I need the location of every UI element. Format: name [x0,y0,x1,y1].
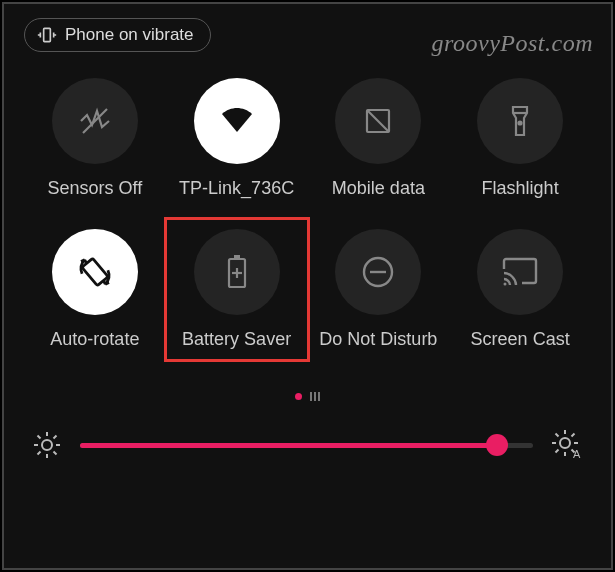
svg-line-3 [367,110,389,132]
svg-point-5 [519,122,522,125]
do-not-disturb-icon [359,253,397,291]
watermark-text: groovyPost.com [432,30,593,57]
page-indicator [16,392,599,401]
svg-line-1 [83,109,107,133]
tile-button[interactable] [194,78,280,164]
quick-settings-grid: Sensors Off TP-Link_736C [16,78,599,350]
wifi-icon [214,98,260,144]
svg-line-30 [556,450,559,453]
svg-line-31 [572,434,575,437]
tile-auto-rotate[interactable]: Auto-rotate [24,229,166,350]
tile-button[interactable] [52,78,138,164]
tile-screen-cast[interactable]: Screen Cast [449,229,591,350]
pager-dot-inactive [310,392,320,401]
svg-line-22 [54,436,57,439]
svg-rect-8 [234,255,240,259]
tile-button[interactable] [52,229,138,315]
brightness-low-icon [32,430,62,460]
tile-do-not-disturb[interactable]: Do Not Disturb [308,229,450,350]
tile-label: Battery Saver [182,329,291,350]
flashlight-icon [503,101,537,141]
tile-label: Auto-rotate [50,329,139,350]
tile-label: TP-Link_736C [179,178,294,199]
svg-line-28 [556,434,559,437]
tile-label: Mobile data [332,178,425,199]
tile-button[interactable] [477,78,563,164]
tile-flashlight[interactable]: Flashlight [449,78,591,199]
tile-button[interactable] [477,229,563,315]
svg-line-20 [54,452,57,455]
tile-label: Flashlight [482,178,559,199]
svg-point-23 [560,438,570,448]
slider-thumb[interactable] [486,434,508,456]
tile-button[interactable] [194,229,280,315]
svg-text:A: A [573,448,581,460]
tile-wifi[interactable]: TP-Link_736C [166,78,308,199]
quick-settings-panel: Phone on vibrate groovyPost.com Sensors … [2,2,613,570]
ringer-status-chip[interactable]: Phone on vibrate [24,18,211,52]
vibrate-icon [37,25,57,45]
svg-point-14 [42,440,52,450]
battery-saver-icon [224,252,250,292]
tile-sensors-off[interactable]: Sensors Off [24,78,166,199]
svg-line-19 [38,436,41,439]
brightness-row: A [16,429,599,461]
svg-point-13 [504,283,507,286]
tile-battery-saver[interactable]: Battery Saver [166,229,308,350]
tile-label: Sensors Off [48,178,143,199]
pager-dot-active [295,393,302,400]
brightness-slider[interactable] [80,443,533,448]
svg-line-21 [38,452,41,455]
svg-rect-0 [44,28,51,41]
cast-icon [500,255,540,289]
tile-button[interactable] [335,229,421,315]
sensors-off-icon [75,101,115,141]
tile-mobile-data[interactable]: Mobile data [308,78,450,199]
auto-rotate-icon [73,250,117,294]
slider-fill [80,443,497,448]
tile-label: Screen Cast [471,329,570,350]
ringer-status-label: Phone on vibrate [65,25,194,45]
tile-label: Do Not Disturb [319,329,437,350]
mobile-data-off-icon [360,103,396,139]
tile-button[interactable] [335,78,421,164]
brightness-auto-icon[interactable]: A [551,429,583,461]
